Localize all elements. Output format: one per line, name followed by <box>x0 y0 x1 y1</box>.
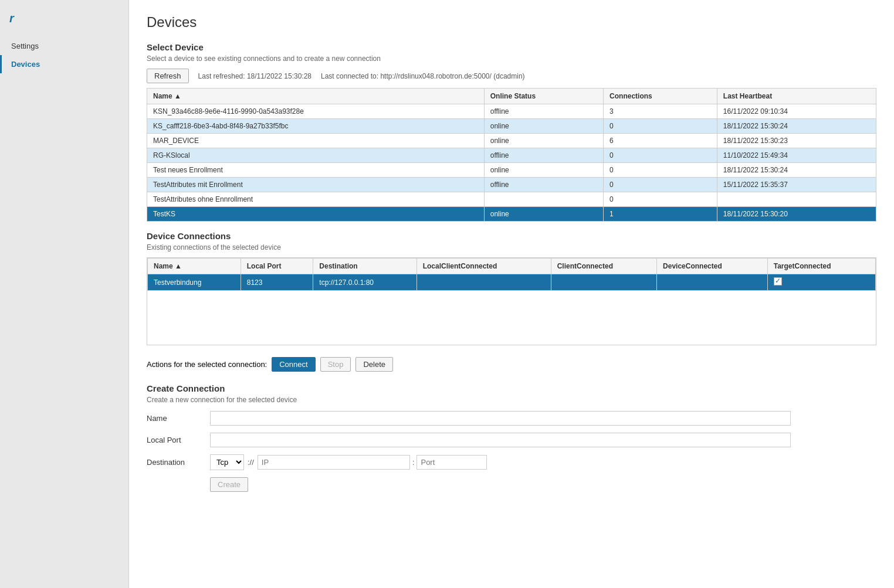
conn-local-client <box>416 274 551 291</box>
device-heartbeat: 18/11/2022 15:30:24 <box>717 163 876 178</box>
select-device-title: Select Device <box>147 42 876 52</box>
actions-label: Actions for the selected connection: <box>147 360 267 369</box>
device-connections: 0 <box>604 148 717 163</box>
device-name: TestAttributes mit Enrollment <box>147 178 485 192</box>
conn-port: 8123 <box>241 274 313 291</box>
device-connections: 0 <box>604 178 717 192</box>
table-row[interactable]: RG-KSlocal offline 0 11/10/2022 15:49:34 <box>147 148 876 163</box>
col-connections: Connections <box>604 89 717 104</box>
device-connections: 1 <box>604 207 717 222</box>
conn-device-connected <box>657 274 768 291</box>
device-heartbeat <box>717 192 876 207</box>
table-row[interactable]: KS_cafff218-6be3-4abd-8f48-9a27b33f5fbc … <box>147 119 876 134</box>
conn-col-target: TargetConnected <box>767 259 875 274</box>
device-connections-desc: Existing connections of the selected dev… <box>147 243 876 251</box>
port-input[interactable] <box>416 455 487 470</box>
device-status: online <box>484 134 603 148</box>
app-logo: r <box>0 6 128 37</box>
form-row-local-port: Local Port <box>147 433 876 447</box>
device-connections: 6 <box>604 134 717 148</box>
conn-destination: tcp://127.0.0.1:80 <box>313 274 416 291</box>
stop-button[interactable]: Stop <box>320 357 351 372</box>
form-row-create: Create <box>147 477 876 492</box>
name-label: Name <box>147 414 205 423</box>
conn-name: Testverbindung <box>148 274 241 291</box>
sidebar-item-settings-label: Settings <box>11 42 39 50</box>
table-row[interactable]: TestAttributes ohne Ennrollment 0 <box>147 192 876 207</box>
table-row[interactable]: KSN_93a46c88-9e6e-4116-9990-0a543a93f28e… <box>147 104 876 119</box>
device-heartbeat: 16/11/2022 09:10:34 <box>717 104 876 119</box>
device-status: online <box>484 163 603 178</box>
device-connections: 0 <box>604 192 717 207</box>
page-title: Devices <box>147 14 876 30</box>
device-name: MAR_DEVICE <box>147 134 485 148</box>
table-row[interactable]: TestAttributes mit Enrollment offline 0 … <box>147 178 876 192</box>
device-status: offline <box>484 148 603 163</box>
connect-button[interactable]: Connect <box>272 357 315 372</box>
sidebar-item-settings[interactable]: Settings <box>0 37 128 55</box>
conn-col-name: Name ▲ <box>148 259 241 274</box>
device-heartbeat: 18/11/2022 15:30:20 <box>717 207 876 222</box>
conn-client-connected <box>551 274 656 291</box>
last-connected: Last connected to: http://rdslinux048.ro… <box>321 72 525 80</box>
table-row[interactable]: MAR_DEVICE online 6 18/11/2022 15:30:23 <box>147 134 876 148</box>
device-connections-title: Device Connections <box>147 231 876 241</box>
name-input[interactable] <box>210 411 791 426</box>
device-name: KS_cafff218-6be3-4abd-8f48-9a27b33f5fbc <box>147 119 485 134</box>
conn-col-client: ClientConnected <box>551 259 656 274</box>
device-heartbeat: 11/10/2022 15:49:34 <box>717 148 876 163</box>
refresh-button[interactable]: Refresh <box>147 69 189 83</box>
create-connection-desc: Create a new connection for the selected… <box>147 396 876 404</box>
conn-col-device: DeviceConnected <box>657 259 768 274</box>
local-port-input[interactable] <box>210 433 791 447</box>
device-connections: 0 <box>604 119 717 134</box>
device-heartbeat: 15/11/2022 15:35:37 <box>717 178 876 192</box>
device-name: RG-KSlocal <box>147 148 485 163</box>
form-row-name: Name <box>147 411 876 426</box>
delete-button[interactable]: Delete <box>355 357 393 372</box>
last-refreshed: Last refreshed: 18/11/2022 15:30:28 <box>198 72 311 80</box>
col-heartbeat: Last Heartbeat <box>717 89 876 104</box>
devices-toolbar: Refresh Last refreshed: 18/11/2022 15:30… <box>147 69 876 83</box>
devices-table: Name ▲ Online Status Connections Last He… <box>147 88 876 222</box>
create-connection-title: Create Connection <box>147 383 876 393</box>
destination-label: Destination <box>147 458 205 467</box>
form-row-destination: Destination Tcp Udp :// : <box>147 454 876 470</box>
sidebar: r Settings Devices <box>0 0 129 588</box>
table-row[interactable]: TestKS online 1 18/11/2022 15:30:20 <box>147 207 876 222</box>
table-row[interactable]: Testverbindung 8123 tcp://127.0.0.1:80 <box>148 274 876 291</box>
destination-inputs: Tcp Udp :// : <box>210 454 487 470</box>
device-name: TestKS <box>147 207 485 222</box>
device-name: Test neues Enrollment <box>147 163 485 178</box>
device-name: KSN_93a46c88-9e6e-4116-9990-0a543a93f28e <box>147 104 485 119</box>
select-device-section: Select Device Select a device to see exi… <box>147 42 876 222</box>
conn-col-port: Local Port <box>241 259 313 274</box>
connection-actions: Actions for the selected connection: Con… <box>147 357 876 372</box>
device-connections: 0 <box>604 163 717 178</box>
ip-input[interactable] <box>258 455 410 470</box>
device-name: TestAttributes ohne Ennrollment <box>147 192 485 207</box>
connections-table: Name ▲ Local Port Destination LocalClien… <box>147 258 876 291</box>
device-status: offline <box>484 104 603 119</box>
select-device-desc: Select a device to see existing connecti… <box>147 55 876 63</box>
conn-target-connected <box>767 274 875 291</box>
device-heartbeat: 18/11/2022 15:30:23 <box>717 134 876 148</box>
table-row[interactable]: Test neues Enrollment online 0 18/11/202… <box>147 163 876 178</box>
logo-icon: r <box>9 12 14 25</box>
colon-sep: : <box>412 458 415 467</box>
device-status: offline <box>484 178 603 192</box>
device-status: online <box>484 207 603 222</box>
local-port-label: Local Port <box>147 436 205 444</box>
sidebar-item-devices-label: Devices <box>11 60 40 69</box>
create-connection-section: Create Connection Create a new connectio… <box>147 383 876 492</box>
main-content: Devices Select Device Select a device to… <box>129 0 894 588</box>
conn-col-dest: Destination <box>313 259 416 274</box>
device-status: online <box>484 119 603 134</box>
create-button[interactable]: Create <box>210 477 248 492</box>
target-connected-checkbox <box>774 277 782 285</box>
sidebar-item-devices[interactable]: Devices <box>0 55 128 73</box>
protocol-select[interactable]: Tcp Udp <box>210 454 244 470</box>
conn-col-localclient: LocalClientConnected <box>416 259 551 274</box>
col-name: Name ▲ <box>147 89 485 104</box>
device-connections-section: Device Connections Existing connections … <box>147 231 876 345</box>
